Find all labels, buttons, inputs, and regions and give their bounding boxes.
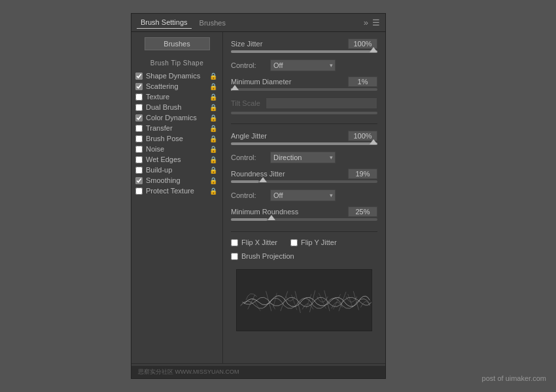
control-select-angle[interactable]: Direction Off Fade Pen Pressure Pen Tilt	[270, 152, 336, 163]
transfer-checkbox[interactable]	[135, 125, 143, 132]
sidebar-item-noise[interactable]: Noise 🔒	[131, 144, 222, 154]
sidebar-item-wet-edges[interactable]: Wet Edges 🔒	[131, 154, 222, 165]
min-roundness-thumb	[268, 215, 275, 220]
angle-jitter-section: Angle Jitter	[231, 131, 377, 148]
lock-icon-noise: 🔒	[209, 146, 217, 153]
brushes-button[interactable]: Brushes	[145, 37, 210, 50]
smoothing-checkbox[interactable]	[135, 177, 143, 184]
size-jitter-slider[interactable]	[231, 50, 377, 53]
flip-x-label: Flip X Jitter	[241, 238, 277, 246]
min-diameter-slider[interactable]	[231, 88, 377, 91]
sidebar-item-shape-dynamics[interactable]: Shape Dynamics 🔒	[131, 71, 222, 81]
tilt-scale-label: Tilt Scale	[231, 99, 260, 107]
flip-x-checkbox[interactable]	[231, 239, 238, 246]
lock-icon-scattering: 🔒	[209, 83, 217, 90]
sidebar-item-texture[interactable]: Texture 🔒	[131, 91, 222, 102]
lock-icon-build-up: 🔒	[209, 167, 217, 174]
min-roundness-row: Minimum Roundness	[231, 206, 377, 217]
min-roundness-slider[interactable]	[231, 218, 377, 221]
roundness-jitter-value[interactable]	[348, 169, 377, 179]
roundness-jitter-row: Roundness Jitter	[231, 169, 377, 179]
tilt-scale-row: Tilt Scale	[231, 97, 377, 109]
sidebar-item-smoothing[interactable]: Smoothing 🔒	[131, 175, 222, 186]
min-diameter-label: Minimum Diameter	[231, 78, 291, 86]
control-select-size[interactable]: Off Fade Pen Pressure Pen Tilt Stylus Wh…	[270, 59, 336, 71]
tab-brushes[interactable]: Brushes	[196, 17, 230, 29]
tab-brush-settings[interactable]: Brush Settings	[137, 16, 192, 29]
menu-icon[interactable]: ☰	[372, 18, 380, 27]
roundness-jitter-section: Roundness Jitter	[231, 169, 377, 186]
right-content: Size Jitter Control: Off Fade Pen Pressu…	[223, 32, 385, 363]
min-roundness-label: Minimum Roundness	[231, 208, 298, 216]
flip-y-label: Flip Y Jitter	[301, 238, 337, 246]
preview-svg	[237, 270, 372, 331]
flip-y-checkbox[interactable]	[290, 239, 298, 246]
min-diameter-value[interactable]	[348, 76, 377, 87]
control-select-roundness[interactable]: Off Fade Pen Pressure Pen Tilt	[270, 189, 336, 201]
flip-row: Flip X Jitter Flip Y Jitter	[231, 238, 377, 248]
brush-preview	[236, 269, 372, 331]
min-roundness-value[interactable]	[348, 206, 377, 217]
roundness-jitter-label: Roundness Jitter	[231, 170, 285, 178]
watermark-text: 思察实分社区 WWW.MISSYUAN.COM	[138, 368, 239, 376]
sidebar-item-dual-brush[interactable]: Dual Brush 🔒	[131, 102, 222, 112]
panel-body: Brushes Brush Tip Shape Shape Dynamics 🔒…	[131, 32, 385, 363]
control-select-wrapper-roundness: Off Fade Pen Pressure Pen Tilt	[270, 189, 336, 201]
wet-edges-checkbox[interactable]	[135, 156, 143, 163]
panel-header: Brush Settings Brushes » ☰	[131, 14, 385, 32]
brush-projection-checkbox[interactable]	[231, 253, 238, 260]
shape-dynamics-checkbox[interactable]	[135, 73, 143, 80]
control-row-size: Control: Off Fade Pen Pressure Pen Tilt …	[231, 59, 377, 71]
brush-pose-checkbox[interactable]	[135, 135, 143, 142]
angle-jitter-thumb	[370, 139, 377, 144]
header-icons: » ☰	[364, 18, 380, 27]
control-label-roundness: Control:	[231, 191, 265, 199]
size-jitter-label: Size Jitter	[231, 40, 262, 48]
control-label-size: Control:	[231, 61, 265, 69]
flip-x-checkbox-row: Flip X Jitter	[231, 238, 277, 246]
lock-icon-shape-dynamics: 🔒	[209, 73, 217, 80]
control-label-angle: Control:	[231, 154, 265, 161]
control-select-wrapper-angle: Direction Off Fade Pen Pressure Pen Tilt	[270, 152, 336, 163]
sidebar-item-brush-pose[interactable]: Brush Pose 🔒	[131, 133, 222, 144]
brush-tip-shape-label: Brush Tip Shape	[131, 57, 222, 71]
control-row-roundness: Control: Off Fade Pen Pressure Pen Tilt	[231, 189, 377, 201]
divider-2	[231, 231, 377, 232]
lock-icon-transfer: 🔒	[209, 125, 217, 132]
noise-checkbox[interactable]	[135, 146, 143, 153]
min-diameter-thumb	[231, 85, 239, 90]
brush-projection-label: Brush Projection	[241, 252, 294, 260]
angle-jitter-row: Angle Jitter	[231, 131, 377, 141]
min-diameter-section: Minimum Diameter	[231, 76, 377, 93]
bottom-bar: 思察实分社区 WWW.MISSYUAN.COM	[131, 366, 385, 378]
angle-jitter-label: Angle Jitter	[231, 132, 267, 140]
lock-icon-color-dynamics: 🔒	[209, 114, 217, 122]
min-roundness-section: Minimum Roundness	[231, 206, 377, 223]
divider-1	[231, 123, 377, 124]
color-dynamics-checkbox[interactable]	[135, 114, 143, 122]
protect-texture-checkbox[interactable]	[135, 188, 143, 195]
sidebar-item-color-dynamics[interactable]: Color Dynamics 🔒	[131, 112, 222, 123]
size-jitter-row: Size Jitter	[231, 39, 377, 49]
texture-checkbox[interactable]	[135, 93, 143, 101]
lock-icon-wet-edges: 🔒	[209, 156, 217, 163]
sidebar-item-scattering[interactable]: Scattering 🔒	[131, 81, 222, 91]
post-label: post of uimaker.com	[482, 374, 546, 382]
build-up-checkbox[interactable]	[135, 167, 143, 174]
sidebar-item-build-up[interactable]: Build-up 🔒	[131, 165, 222, 175]
lock-icon-brush-pose: 🔒	[209, 135, 217, 142]
dual-brush-checkbox[interactable]	[135, 104, 143, 111]
control-select-wrapper-size: Off Fade Pen Pressure Pen Tilt Stylus Wh…	[270, 59, 336, 71]
flip-y-checkbox-row: Flip Y Jitter	[290, 238, 337, 246]
size-jitter-section: Size Jitter	[231, 39, 377, 56]
size-jitter-thumb	[370, 47, 377, 52]
sidebar-item-transfer[interactable]: Transfer 🔒	[131, 123, 222, 133]
roundness-jitter-slider[interactable]	[231, 180, 377, 183]
tilt-scale-slider[interactable]	[231, 112, 377, 114]
sidebar-item-protect-texture[interactable]: Protect Texture 🔒	[131, 186, 222, 196]
angle-jitter-slider[interactable]	[231, 142, 377, 145]
min-diameter-row: Minimum Diameter	[231, 76, 377, 87]
scattering-checkbox[interactable]	[135, 83, 143, 90]
expand-icon[interactable]: »	[364, 18, 368, 27]
lock-icon-protect-texture: 🔒	[209, 188, 217, 195]
